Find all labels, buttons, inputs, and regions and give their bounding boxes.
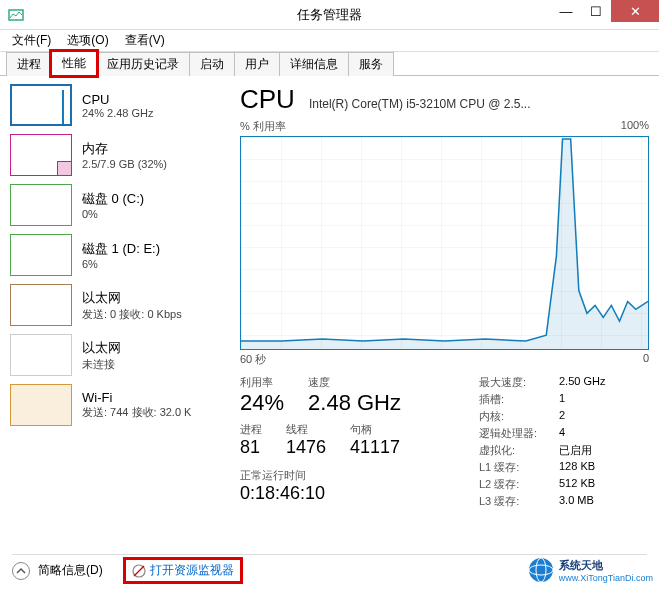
chart-y-max: 100%: [621, 119, 649, 134]
sidebar-item-ethernet1[interactable]: 以太网未连接: [10, 334, 228, 376]
uptime-value: 0:18:46:10: [240, 483, 479, 504]
cores-k: 内核:: [479, 409, 559, 424]
tab-users[interactable]: 用户: [234, 52, 280, 76]
lp-k: 逻辑处理器:: [479, 426, 559, 441]
open-resource-monitor-link[interactable]: 打开资源监视器: [132, 562, 234, 579]
sidebar-label: 以太网: [82, 339, 121, 357]
watermark-url: www.XiTongTianDi.com: [559, 573, 653, 583]
sidebar-label: 磁盘 0 (C:): [82, 190, 144, 208]
tab-processes[interactable]: 进程: [6, 52, 52, 76]
sidebar-item-cpu[interactable]: CPU24% 2.48 GHz: [10, 84, 228, 126]
collapse-button[interactable]: [12, 562, 30, 580]
sidebar-label: 磁盘 1 (D: E:): [82, 240, 160, 258]
brief-info-link[interactable]: 简略信息(D): [38, 562, 103, 579]
sidebar-sub: 发送: 744 接收: 32.0 K: [82, 405, 191, 420]
thread-value: 1476: [286, 437, 326, 458]
wifi-sparkline: [10, 384, 72, 426]
l3-k: L3 缓存:: [479, 494, 559, 509]
main-title: CPU: [240, 84, 295, 115]
cores-v: 2: [559, 409, 565, 424]
sidebar-sub: 2.5/7.9 GB (32%): [82, 158, 167, 170]
memory-sparkline: [10, 134, 72, 176]
l1-v: 128 KB: [559, 460, 595, 475]
menu-view[interactable]: 查看(V): [117, 30, 173, 51]
sidebar-item-disk1[interactable]: 磁盘 1 (D: E:)6%: [10, 234, 228, 276]
chart-x-right: 0: [643, 352, 649, 367]
max-speed-v: 2.50 GHz: [559, 375, 605, 390]
ethernet-sparkline: [10, 284, 72, 326]
l3-v: 3.0 MB: [559, 494, 594, 509]
perf-sidebar: CPU24% 2.48 GHz 内存2.5/7.9 GB (32%) 磁盘 0 …: [10, 84, 228, 552]
uptime-label: 正常运行时间: [240, 468, 479, 483]
sidebar-label: 以太网: [82, 289, 182, 307]
tab-app-history[interactable]: 应用历史记录: [96, 52, 190, 76]
sidebar-label: CPU: [82, 92, 154, 107]
lp-v: 4: [559, 426, 565, 441]
globe-icon: [527, 556, 555, 584]
ethernet-sparkline: [10, 334, 72, 376]
proc-value: 81: [240, 437, 262, 458]
sidebar-item-memory[interactable]: 内存2.5/7.9 GB (32%): [10, 134, 228, 176]
resource-monitor-icon: [132, 564, 146, 578]
sidebar-sub: 24% 2.48 GHz: [82, 107, 154, 119]
proc-label: 进程: [240, 422, 262, 437]
chart-x-left: 60 秒: [240, 352, 266, 367]
util-label: 利用率: [240, 375, 284, 390]
sidebar-sub: 发送: 0 接收: 0 Kbps: [82, 307, 182, 322]
svg-point-2: [529, 558, 553, 582]
cpu-utilization-chart: [240, 136, 649, 350]
chart-y-label: % 利用率: [240, 119, 286, 134]
menu-options[interactable]: 选项(O): [59, 30, 116, 51]
sockets-v: 1: [559, 392, 565, 407]
virt-k: 虚拟化:: [479, 443, 559, 458]
menu-file[interactable]: 文件(F): [4, 30, 59, 51]
svg-rect-0: [9, 10, 23, 20]
disk-sparkline: [10, 184, 72, 226]
sidebar-sub: 6%: [82, 258, 160, 270]
speed-label: 速度: [308, 375, 401, 390]
handle-label: 句柄: [350, 422, 400, 437]
close-button[interactable]: ✕: [611, 0, 659, 22]
sidebar-item-disk0[interactable]: 磁盘 0 (C:)0%: [10, 184, 228, 226]
sidebar-label: 内存: [82, 140, 167, 158]
disk-sparkline: [10, 234, 72, 276]
sidebar-item-ethernet0[interactable]: 以太网发送: 0 接收: 0 Kbps: [10, 284, 228, 326]
tab-details[interactable]: 详细信息: [279, 52, 349, 76]
l2-k: L2 缓存:: [479, 477, 559, 492]
app-icon: [8, 7, 24, 23]
sidebar-sub: 未连接: [82, 357, 121, 372]
sidebar-sub: 0%: [82, 208, 144, 220]
sidebar-item-wifi[interactable]: Wi-Fi发送: 744 接收: 32.0 K: [10, 384, 228, 426]
cpu-sparkline: [10, 84, 72, 126]
maximize-button[interactable]: ☐: [581, 0, 611, 22]
virt-v: 已启用: [559, 443, 592, 458]
chevron-up-icon: [16, 566, 26, 576]
tab-services[interactable]: 服务: [348, 52, 394, 76]
thread-label: 线程: [286, 422, 326, 437]
util-value: 24%: [240, 390, 284, 416]
handle-value: 41117: [350, 437, 400, 458]
tab-performance[interactable]: 性能: [51, 51, 97, 76]
cpu-model: Intel(R) Core(TM) i5-3210M CPU @ 2.5...: [309, 97, 531, 111]
sidebar-label: Wi-Fi: [82, 390, 191, 405]
max-speed-k: 最大速度:: [479, 375, 559, 390]
sockets-k: 插槽:: [479, 392, 559, 407]
l1-k: L1 缓存:: [479, 460, 559, 475]
speed-value: 2.48 GHz: [308, 390, 401, 416]
tab-startup[interactable]: 启动: [189, 52, 235, 76]
minimize-button[interactable]: —: [551, 0, 581, 22]
watermark-brand: 系统天地: [559, 558, 653, 573]
window-title: 任务管理器: [297, 6, 362, 24]
resource-monitor-label: 打开资源监视器: [150, 562, 234, 579]
watermark: 系统天地 www.XiTongTianDi.com: [527, 556, 653, 584]
l2-v: 512 KB: [559, 477, 595, 492]
